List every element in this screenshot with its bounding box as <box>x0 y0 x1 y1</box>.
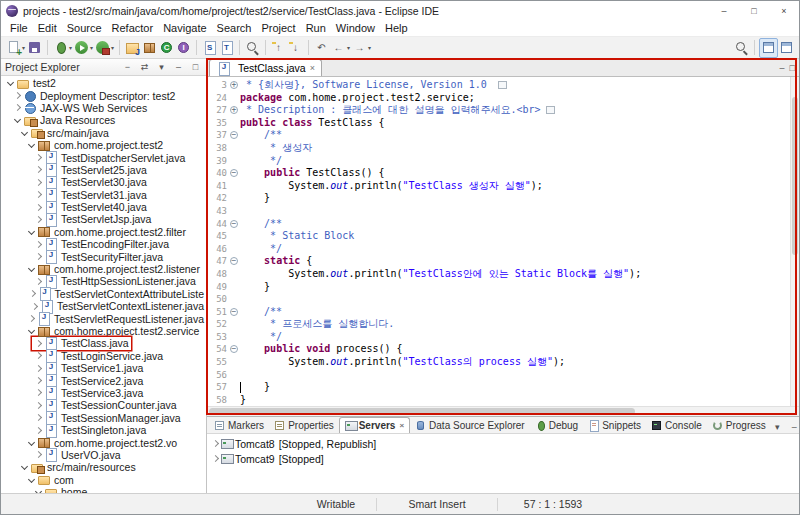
chevron-right-icon[interactable] <box>34 166 42 174</box>
minimize-view-icon[interactable]: – <box>788 420 799 433</box>
chevron-right-icon[interactable] <box>34 364 42 372</box>
tree-item[interactable]: TestEncodingFilter.java <box>1 238 206 250</box>
code-line[interactable]: 39 */ <box>207 155 790 168</box>
tree-item[interactable]: TestServletContextListener.java <box>1 300 206 312</box>
tree-item[interactable]: TestService2.java <box>1 374 206 386</box>
fold-expand-icon[interactable]: + <box>230 81 238 89</box>
code-line[interactable]: 41 System.out.println("TestClass 생성자 실행"… <box>207 180 790 193</box>
code-line[interactable]: 58} <box>207 394 790 406</box>
chevron-right-icon[interactable] <box>34 203 42 211</box>
tree-item[interactable]: TestClass.java <box>1 337 206 349</box>
chevron-right-icon[interactable] <box>28 290 36 298</box>
horizontal-scrollbar[interactable] <box>207 406 799 416</box>
tree-item[interactable]: com.home.project.test2.filter <box>1 226 206 238</box>
tab-console[interactable]: Console <box>646 417 707 433</box>
debug-button[interactable]: ▾ <box>52 38 73 58</box>
code-line[interactable]: 54− public void process() { <box>207 343 790 356</box>
menu-run[interactable]: Run <box>301 22 331 34</box>
menu-help[interactable]: Help <box>380 22 413 34</box>
code-line[interactable]: 48 System.out.println("TestClass안에 있는 St… <box>207 268 790 281</box>
tab-debug[interactable]: Debug <box>530 417 583 433</box>
tree-item[interactable]: TestServlet40.java <box>1 201 206 213</box>
code-line[interactable]: 42 } <box>207 192 790 205</box>
tree-item[interactable]: com.home.project.test2.service <box>1 325 206 337</box>
tree-item[interactable]: home <box>1 486 206 493</box>
javaee-perspective-button[interactable] <box>759 38 778 58</box>
last-edit-location-button[interactable] <box>313 38 330 58</box>
tree-item[interactable]: com.home.project.test2.vo <box>1 436 206 448</box>
chevron-right-icon[interactable] <box>211 440 219 448</box>
code-line[interactable]: 49 } <box>207 281 790 294</box>
tab-testclass-java[interactable]: TestClass.java × <box>209 59 322 76</box>
tree-item[interactable]: TestServletContextAttributeListe <box>1 288 206 300</box>
menu-refactor[interactable]: Refactor <box>107 22 159 34</box>
menu-search[interactable]: Search <box>212 22 257 34</box>
back-button[interactable]: ▾ <box>330 38 351 58</box>
code-line[interactable]: 37− /** <box>207 129 790 142</box>
code-editor[interactable]: 3+ * {회사명}, Software License, Version 1.… <box>207 77 799 406</box>
tree-item[interactable]: TestServlet30.java <box>1 176 206 188</box>
chevron-right-icon[interactable] <box>34 426 42 434</box>
fold-collapse-icon[interactable]: − <box>230 257 238 265</box>
code-line[interactable]: 47− static { <box>207 255 790 268</box>
chevron-right-icon[interactable] <box>34 401 42 409</box>
new-java-project-button[interactable] <box>124 38 141 58</box>
tree-item[interactable]: TestServletJsp.java <box>1 213 206 225</box>
folded-region-icon[interactable] <box>498 81 507 89</box>
code-line[interactable]: 52 * 프로세스를 실행합니다. <box>207 318 790 331</box>
chevron-down-icon[interactable] <box>13 116 21 124</box>
code-line[interactable]: 24package com.home.project.test2.service… <box>207 92 790 105</box>
next-annotation-button[interactable] <box>287 38 304 58</box>
chevron-right-icon[interactable] <box>13 92 21 100</box>
tab-snippets[interactable]: Snippets <box>583 417 646 433</box>
close-button[interactable]: × <box>769 1 799 20</box>
open-type-button[interactable] <box>218 38 235 58</box>
minimize-editor-icon[interactable]: – <box>780 63 785 73</box>
view-menu-icon[interactable]: ▾ <box>155 61 168 74</box>
fold-collapse-icon[interactable]: − <box>230 345 238 353</box>
close-tab-icon[interactable]: × <box>399 421 404 430</box>
new-servlet-button[interactable] <box>201 38 218 58</box>
fold-collapse-icon[interactable]: − <box>230 169 238 177</box>
code-line[interactable]: 45 * Static Block <box>207 230 790 243</box>
tree-item[interactable]: TestServlet31.java <box>1 189 206 201</box>
previous-annotation-button[interactable] <box>270 38 287 58</box>
code-line[interactable]: 46 */ <box>207 243 790 256</box>
chevron-down-icon[interactable] <box>27 228 35 236</box>
tab-progress[interactable]: Progress <box>707 417 771 433</box>
fold-collapse-icon[interactable]: − <box>230 131 238 139</box>
chevron-right-icon[interactable] <box>34 339 42 347</box>
server-row[interactable]: Tomcat9[Stopped] <box>207 451 799 466</box>
chevron-down-icon[interactable] <box>27 265 35 273</box>
scrollbar-thumb[interactable] <box>792 97 798 255</box>
tree-item[interactable]: TestDispatcherServlet.java <box>1 151 206 163</box>
tree-item[interactable]: TestSingleton.java <box>1 424 206 436</box>
chevron-right-icon[interactable] <box>34 414 42 422</box>
chevron-right-icon[interactable] <box>34 377 42 385</box>
tree-item[interactable]: TestServlet25.java <box>1 164 206 176</box>
code-line[interactable]: 35public class TestClass { <box>207 117 790 130</box>
chevron-down-icon[interactable] <box>34 488 42 493</box>
tree-item[interactable]: TestServletRequestListener.java <box>1 312 206 324</box>
chevron-down-icon[interactable] <box>27 327 35 335</box>
new-class-button[interactable] <box>158 38 175 58</box>
tab-properties[interactable]: Properties <box>269 417 339 433</box>
code-line[interactable]: 55 System.out.println("TestClass의 proces… <box>207 356 790 369</box>
chevron-right-icon[interactable] <box>27 315 35 323</box>
save-button[interactable] <box>26 38 43 58</box>
tree-item[interactable]: Deployment Descriptor: test2 <box>1 89 206 101</box>
code-line[interactable]: 53 */ <box>207 331 790 344</box>
tree-item[interactable]: test2 <box>1 77 206 89</box>
code-line[interactable]: 43 <box>207 205 790 218</box>
code-line[interactable]: 57 } <box>207 381 790 394</box>
chevron-right-icon[interactable] <box>13 104 21 112</box>
fold-collapse-icon[interactable]: − <box>230 308 238 316</box>
tab-servers[interactable]: Servers× <box>339 417 410 433</box>
tree-item[interactable]: Java Resources <box>1 114 206 126</box>
folded-region-icon[interactable] <box>546 106 555 114</box>
chevron-right-icon[interactable] <box>30 302 38 310</box>
tree-item[interactable]: TestSessionCounter.java <box>1 399 206 411</box>
quick-search-button[interactable] <box>733 38 750 58</box>
tree-item[interactable]: TestLoginService.java <box>1 350 206 362</box>
server-row[interactable]: Tomcat8[Stopped, Republish] <box>207 436 799 451</box>
